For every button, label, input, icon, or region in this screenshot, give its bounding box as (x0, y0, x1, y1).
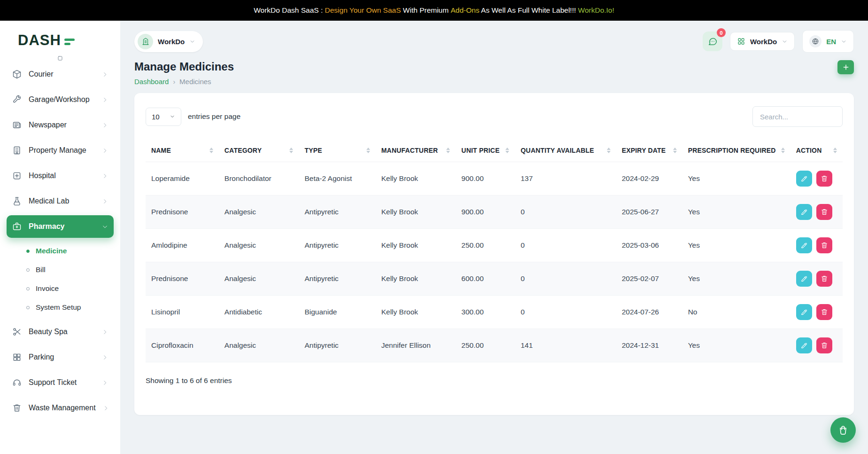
app-switcher-button[interactable]: WorkDo (730, 32, 795, 51)
add-medicine-button[interactable] (837, 60, 854, 74)
cell-name: Prednisone (146, 196, 219, 229)
cell-name: Ciprofloxacin (146, 329, 219, 362)
sidebar-item-label: Newspaper (29, 121, 95, 129)
promo-banner-text: Design Your Own SaaS (325, 6, 401, 15)
plus-icon (842, 63, 850, 71)
main-area: WorkDo 0 WorkDo (120, 21, 868, 454)
chevron-right-icon (103, 405, 109, 411)
wrench-icon (12, 95, 22, 104)
globe-icon (809, 35, 822, 47)
column-header-prescription-required[interactable]: PRESCRIPTION REQUIRED (682, 139, 790, 162)
sidebar-item-garage-workshop[interactable]: Garage/Workshop (7, 88, 114, 111)
dot-icon (26, 287, 30, 290)
sidebar-item-label: Garage/Workshop (29, 95, 95, 104)
promo-banner-text: Add-Ons (450, 6, 479, 15)
messages-button[interactable]: 0 (703, 31, 722, 51)
shopping-bag-icon (837, 424, 849, 436)
delete-button[interactable] (816, 337, 832, 353)
cell-prescription-required: Yes (682, 229, 790, 262)
column-header-manufacturer[interactable]: MANUFACTURER (376, 139, 456, 162)
sidebar-item-beauty-spa[interactable]: Beauty Spa (7, 321, 114, 343)
sort-icon (607, 148, 611, 153)
sidebar-subitem-medicine[interactable]: Medicine (23, 242, 114, 260)
promo-banner-text: WorkDo.Io! (578, 6, 614, 15)
cell-prescription-required: Yes (682, 262, 790, 296)
brand-logo[interactable]: DASH (0, 21, 120, 54)
sidebar-subitem-label: Invoice (36, 284, 59, 293)
edit-button[interactable] (796, 171, 812, 187)
chevron-right-icon (102, 354, 108, 360)
cell-name: Amlodipine (146, 229, 219, 262)
cell-action (790, 196, 843, 229)
column-header-category[interactable]: CATEGORY (219, 139, 299, 162)
sort-icon (289, 148, 293, 153)
sort-icon (833, 148, 837, 153)
sidebar-item-hospital[interactable]: Hospital (7, 164, 114, 187)
cell-manufacturer: Kelly Brook (376, 296, 456, 329)
edit-button[interactable] (796, 204, 812, 220)
cell-type: Antipyretic (299, 262, 375, 296)
column-header-type[interactable]: TYPE (299, 139, 375, 162)
cell-manufacturer: Jennifer Ellison (376, 329, 456, 362)
column-header-unit-price[interactable]: UNIT PRICE (456, 139, 515, 162)
cell-type: Antipyretic (299, 229, 375, 262)
column-header-name[interactable]: NAME (146, 139, 219, 162)
topbar-actions: 0 WorkDo EN (703, 30, 854, 53)
cell-action (790, 162, 843, 196)
cell-expiry-date: 2024-07-26 (616, 296, 682, 329)
building-icon (12, 146, 22, 155)
delete-button[interactable] (816, 171, 832, 187)
cell-expiry-date: 2024-12-31 (616, 329, 682, 362)
cart-fab-button[interactable] (830, 417, 856, 443)
company-selector[interactable]: WorkDo (134, 31, 203, 52)
column-header-expiry-date[interactable]: EXPIRY DATE (616, 139, 682, 162)
search-input[interactable] (752, 106, 843, 127)
sidebar-item-parking[interactable]: Parking (7, 346, 114, 368)
edit-button[interactable] (796, 237, 812, 253)
edit-button[interactable] (796, 304, 812, 320)
delete-button[interactable] (816, 237, 832, 253)
entries-per-page-select[interactable]: 10 (146, 108, 181, 126)
sidebar-item-courier[interactable]: Courier (7, 63, 114, 86)
chevron-right-icon (102, 97, 108, 103)
chevron-down-icon (102, 224, 108, 230)
delete-button[interactable] (816, 271, 832, 287)
sidebar-item-medical-lab[interactable]: Medical Lab (7, 190, 114, 212)
page-title-block: Manage Medicines Dashboard › Medicines (134, 60, 234, 86)
sidebar-item-label: Beauty Spa (29, 328, 95, 336)
brand-logo-text: DASH (18, 32, 61, 49)
sidebar-item-support-ticket[interactable]: Support Ticket (7, 371, 114, 394)
cell-type: Antipyretic (299, 196, 375, 229)
sidebar-item-label: Medical Lab (29, 197, 95, 205)
sidebar-item-pharmacy[interactable]: Pharmacy (7, 215, 114, 238)
sidebar-subitem-invoice[interactable]: Invoice (23, 279, 114, 298)
hospital-icon (12, 171, 22, 180)
breadcrumb-dashboard-link[interactable]: Dashboard (134, 78, 169, 86)
delete-button[interactable] (816, 204, 832, 220)
delete-button[interactable] (816, 304, 832, 320)
chevron-right-icon (102, 122, 108, 128)
edit-button[interactable] (796, 271, 812, 287)
brand-logo-dashes (64, 36, 75, 45)
sidebar-item-label: Courier (29, 70, 95, 78)
language-selector[interactable]: EN (802, 30, 854, 53)
cell-manufacturer: Kelly Brook (376, 162, 456, 196)
sidebar-item-label: Hospital (29, 172, 95, 180)
table-row: AmlodipineAnalgesicAntipyreticKelly Broo… (146, 229, 843, 262)
cell-category: Antidiabetic (219, 296, 299, 329)
entries-per-page-value: 10 (152, 113, 160, 121)
sidebar-item-newspaper[interactable]: Newspaper (7, 114, 114, 136)
chevron-down-icon (170, 114, 175, 119)
sidebar-subitem-system-setup[interactable]: System Setup (23, 298, 114, 317)
sidebar-item-property-manage[interactable]: Property Manage (7, 139, 114, 162)
sidebar-item-partial[interactable] (12, 55, 108, 61)
column-header-quantity-available[interactable]: QUANTITY AVAILABLE (515, 139, 616, 162)
cell-name: Loperamide (146, 162, 219, 196)
column-header-action[interactable]: ACTION (790, 139, 843, 162)
sidebar-subitem-bill[interactable]: Bill (23, 260, 114, 279)
sidebar-item-waste-management[interactable]: Waste Management (7, 397, 114, 419)
parking-icon (12, 352, 22, 362)
chevron-right-icon (102, 329, 108, 335)
edit-button[interactable] (796, 337, 812, 353)
headset-icon (12, 378, 22, 387)
